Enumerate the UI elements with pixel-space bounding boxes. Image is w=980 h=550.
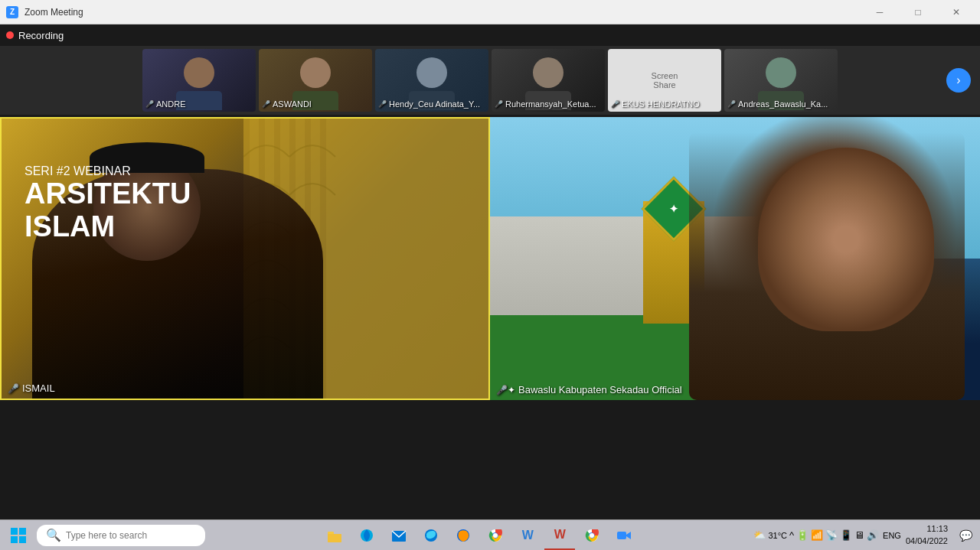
- svg-point-20: [493, 533, 498, 538]
- start-button[interactable]: [3, 521, 34, 550]
- tablet-icon: 📱: [840, 529, 852, 541]
- search-icon: 🔍: [46, 528, 61, 542]
- video-panel-right: ✦ 🎤✦ Bawaslu Kabupaten Sekadau Official: [490, 117, 980, 400]
- participants-strip: 🎤 ANDRE 🎤 ASWANDI: [0, 46, 980, 115]
- svg-rect-24: [617, 532, 626, 539]
- maximize-button[interactable]: □: [900, 0, 936, 24]
- next-participants-button[interactable]: ›: [946, 68, 971, 93]
- title-bar: Z Zoom Meeting ─ □ ✕: [0, 0, 980, 24]
- mic-icon-right: 🎤✦: [496, 385, 515, 395]
- taskbar-wps[interactable]: W: [544, 521, 575, 550]
- video-label-left: 🎤 ISMAIL: [8, 382, 55, 394]
- display-icon: 🖥: [854, 529, 864, 541]
- taskbar-app-2[interactable]: [351, 521, 382, 550]
- thumbs-row: 🎤 ANDRE 🎤 ASWANDI: [142, 49, 838, 112]
- recording-bar: Recording: [0, 24, 980, 46]
- lang-icon[interactable]: ENG: [883, 531, 901, 540]
- participant-thumb-ruhermansyah[interactable]: 🎤 Ruhermansyah_Ketua...: [492, 49, 605, 112]
- search-input[interactable]: [66, 530, 196, 541]
- temperature: 31°C: [768, 531, 787, 540]
- recording-indicator: [6, 31, 14, 39]
- notification-button[interactable]: 💬: [954, 521, 977, 550]
- taskbar-firefox[interactable]: [448, 521, 479, 550]
- window-title: Zoom Meeting: [24, 7, 83, 18]
- network-icon: 📶: [811, 529, 823, 541]
- taskbar-system-tray: ⛅ 31°C ^ 🔋 📶 📡 📱 🖥 🔊 ENG 11:13 04/04/202…: [753, 521, 977, 550]
- svg-rect-7: [11, 528, 18, 535]
- close-button[interactable]: ✕: [939, 0, 974, 24]
- taskbar-apps: W W: [205, 521, 753, 550]
- webinar-text: SERI #2 WEBINAR ARSITEKTU ISLAM: [24, 164, 191, 243]
- wifi-icon: 📡: [825, 529, 838, 541]
- svg-marker-25: [626, 532, 631, 539]
- video-panel-left: SERI #2 WEBINAR ARSITEKTU ISLAM 🎤 ISMAIL: [0, 117, 490, 400]
- participant-name-aswandi: 🎤 ASWANDI: [262, 99, 312, 109]
- participant-thumb-andre[interactable]: 🎤 ANDRE: [142, 49, 256, 112]
- clock: 11:13 04/04/2022: [906, 523, 948, 547]
- taskbar-chrome[interactable]: [480, 521, 511, 550]
- chevron-up-icon[interactable]: ^: [789, 529, 794, 541]
- taskbar-word[interactable]: W: [512, 521, 543, 550]
- participant-name-andre: 🎤 ANDRE: [145, 99, 186, 109]
- taskbar-chrome2[interactable]: [577, 521, 607, 550]
- volume-icon: 🔊: [867, 529, 879, 541]
- date: 04/04/2022: [906, 535, 948, 547]
- battery-icon: 🔋: [796, 529, 808, 541]
- taskbar-zoom[interactable]: [609, 521, 639, 550]
- search-bar[interactable]: 🔍: [37, 525, 205, 546]
- participant-name-hendy: 🎤 Hendy_Ceu Adinata_Y...: [378, 99, 480, 109]
- mic-icon-left: 🎤: [8, 383, 19, 394]
- participant-name-ruhermansyah: 🎤 Ruhermansyah_Ketua...: [495, 99, 596, 109]
- svg-rect-13: [328, 534, 341, 542]
- svg-rect-9: [11, 536, 18, 543]
- system-icons: ⛅ 31°C ^ 🔋 📶 📡 📱 🖥 🔊 ENG: [753, 529, 903, 541]
- time: 11:13: [906, 523, 948, 535]
- weather-icon: ⛅: [753, 529, 766, 541]
- taskbar-edge[interactable]: [416, 521, 446, 550]
- taskbar: 🔍 W W: [0, 519, 980, 550]
- participant-thumb-aswandi[interactable]: 🎤 ASWANDI: [259, 49, 372, 112]
- recording-label: Recording: [18, 30, 64, 41]
- participant-name-andreas: 🎤 Andreas_Bawaslu_Ka...: [727, 99, 828, 109]
- svg-point-23: [590, 533, 594, 538]
- taskbar-mail[interactable]: [384, 521, 414, 550]
- svg-rect-10: [19, 536, 26, 543]
- minimize-button[interactable]: ─: [862, 0, 897, 24]
- title-bar-left: Z Zoom Meeting: [6, 6, 83, 18]
- main-video-area: SERI #2 WEBINAR ARSITEKTU ISLAM 🎤 ISMAIL…: [0, 115, 980, 398]
- taskbar-left: 🔍: [3, 521, 205, 550]
- taskbar-file-explorer[interactable]: [319, 521, 350, 550]
- app-icon: Z: [6, 6, 18, 18]
- svg-rect-8: [19, 528, 26, 535]
- participant-thumb-ekus[interactable]: ScreenShare 🎤 EKUS HENDRATNO: [608, 49, 721, 112]
- participant-thumb-andreas[interactable]: 🎤 Andreas_Bawaslu_Ka...: [724, 49, 838, 112]
- window-controls: ─ □ ✕: [862, 0, 974, 24]
- participant-thumb-hendy[interactable]: 🎤 Hendy_Ceu Adinata_Y...: [375, 49, 488, 112]
- video-label-right: 🎤✦ Bawaslu Kabupaten Sekadau Official: [496, 384, 682, 395]
- participant-name-ekus: 🎤 EKUS HENDRATNO: [611, 99, 700, 109]
